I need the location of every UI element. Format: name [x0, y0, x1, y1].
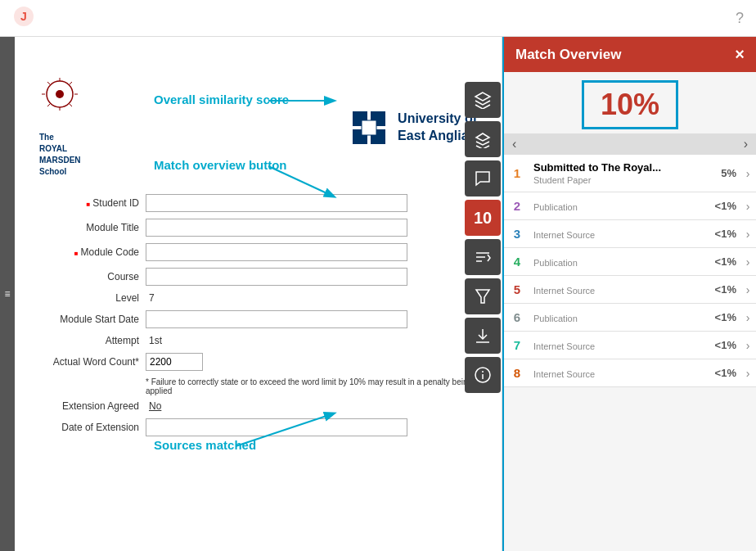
input-word-count[interactable]	[146, 353, 203, 371]
field-student-id: Student ID	[39, 194, 477, 212]
input-date-extension[interactable]	[146, 418, 407, 436]
match-type: Publication	[533, 258, 695, 268]
match-pct: <1%	[699, 367, 740, 379]
info-button[interactable]	[465, 357, 501, 393]
left-panel-toggle[interactable]: ≡	[0, 37, 15, 551]
match-item-8[interactable]: 8 Internet Source <1% ›	[504, 359, 756, 387]
match-chevron-icon[interactable]: ›	[740, 311, 756, 324]
form-section: Student ID Module Title Module Code Cour…	[39, 194, 477, 436]
match-type: Internet Source	[533, 341, 695, 351]
label-level: Level	[39, 292, 146, 304]
match-info: Publication	[530, 201, 699, 212]
match-number: 1	[504, 166, 530, 180]
match-type: Publication	[533, 314, 695, 323]
match-number: 5	[504, 282, 530, 296]
match-title: Submitted to The Royal...	[533, 161, 695, 174]
match-item-5[interactable]: 5 Internet Source <1% ›	[504, 276, 756, 304]
nav-next[interactable]: ›	[744, 137, 748, 151]
input-course[interactable]	[146, 268, 407, 286]
match-item-2[interactable]: 2 Publication <1% ›	[504, 192, 756, 220]
label-date-extension: Date of Extension	[39, 422, 146, 433]
match-item-1[interactable]: 1 Submitted to The Royal... Student Pape…	[504, 155, 756, 192]
match-item-7[interactable]: 7 Internet Source <1% ›	[504, 332, 756, 359]
panel-close-button[interactable]: ×	[735, 45, 745, 64]
svg-marker-24	[476, 290, 489, 303]
match-type: Publication	[533, 202, 695, 212]
top-bar: J ?	[0, 0, 756, 37]
match-info: Internet Source	[530, 340, 699, 351]
svg-line-13	[47, 82, 50, 84]
match-chevron-icon[interactable]: ›	[740, 367, 756, 380]
label-student-id: Student ID	[39, 197, 146, 209]
label-extension: Extension Agreed	[39, 400, 146, 412]
svg-line-7	[70, 82, 72, 84]
input-module-start[interactable]	[146, 310, 407, 328]
score-display: 10%	[582, 80, 678, 129]
match-type: Student Paper	[533, 175, 695, 185]
match-item-6[interactable]: 6 Publication <1% ›	[504, 304, 756, 332]
field-extension: Extension Agreed No	[39, 400, 477, 412]
match-type: Internet Source	[533, 286, 695, 296]
nav-prev[interactable]: ‹	[512, 137, 516, 151]
layers-button[interactable]	[465, 82, 501, 118]
panel-title: Match Overview	[515, 47, 621, 63]
school-name: The ROYAL MARSDEN School	[39, 132, 81, 178]
match-pct: <1%	[699, 255, 740, 268]
match-info: Internet Source	[530, 228, 699, 240]
match-chevron-icon[interactable]: ›	[740, 255, 756, 269]
match-info: Publication	[530, 256, 699, 268]
turnitin-toolbar: 10	[463, 82, 502, 393]
annotation-similarity: Overall similarity score	[154, 93, 289, 106]
help-icon[interactable]: ?	[736, 10, 744, 27]
university-logo: University ofEast Anglia	[349, 107, 477, 148]
svg-point-14	[56, 90, 64, 98]
app-logo: J	[12, 5, 35, 31]
document-area: Overall similarity score Match overview …	[15, 37, 502, 551]
match-info: Publication	[530, 312, 699, 323]
annotation-sources: Sources matched	[154, 438, 256, 452]
label-course: Course	[39, 271, 146, 282]
field-module-start: Module Start Date	[39, 310, 477, 328]
field-word-count: Actual Word Count*	[39, 353, 477, 371]
comment-button[interactable]	[465, 160, 501, 196]
match-chevron-icon[interactable]: ›	[740, 200, 756, 213]
label-module-title: Module Title	[39, 222, 146, 233]
main-area: ≡ Overall similarity score Match overvie…	[0, 37, 756, 551]
match-score-button[interactable]: 10	[465, 200, 501, 236]
match-chevron-icon[interactable]: ›	[740, 167, 756, 180]
match-pct: <1%	[699, 339, 740, 351]
match-chevron-icon[interactable]: ›	[740, 228, 756, 241]
field-course: Course	[39, 268, 477, 286]
svg-rect-19	[362, 120, 376, 135]
label-attempt: Attempt	[39, 335, 146, 346]
value-extension: No	[146, 400, 161, 412]
match-info: Internet Source	[530, 284, 699, 296]
match-number: 4	[504, 255, 530, 269]
layers2-button[interactable]	[465, 121, 501, 157]
svg-line-9	[70, 104, 72, 106]
input-module-title[interactable]	[146, 219, 407, 237]
match-item-4[interactable]: 4 Publication <1% ›	[504, 248, 756, 276]
match-number: 7	[504, 338, 530, 352]
download-button[interactable]	[465, 318, 501, 354]
score-box: 10%	[504, 72, 756, 133]
svg-point-29	[482, 371, 484, 373]
panel-header: Match Overview ×	[504, 37, 756, 72]
input-student-id[interactable]	[146, 194, 407, 212]
label-word-count: Actual Word Count*	[39, 356, 146, 368]
filter-button[interactable]	[465, 278, 501, 314]
match-item-3[interactable]: 3 Internet Source <1% ›	[504, 220, 756, 248]
label-module-code: Module Code	[39, 246, 146, 258]
sort-button[interactable]	[465, 239, 501, 275]
right-panel: Match Overview × 10% ‹ › 1 Submitted to …	[502, 37, 756, 551]
match-number: 2	[504, 199, 530, 213]
field-module-title: Module Title	[39, 219, 477, 237]
match-chevron-icon[interactable]: ›	[740, 283, 756, 296]
match-list: 1 Submitted to The Royal... Student Pape…	[504, 155, 756, 551]
match-chevron-icon[interactable]: ›	[740, 339, 756, 352]
svg-line-11	[47, 104, 50, 106]
match-number: 8	[504, 366, 530, 380]
label-module-start: Module Start Date	[39, 314, 146, 325]
panel-nav: ‹ ›	[504, 133, 756, 155]
input-module-code[interactable]	[146, 243, 407, 261]
